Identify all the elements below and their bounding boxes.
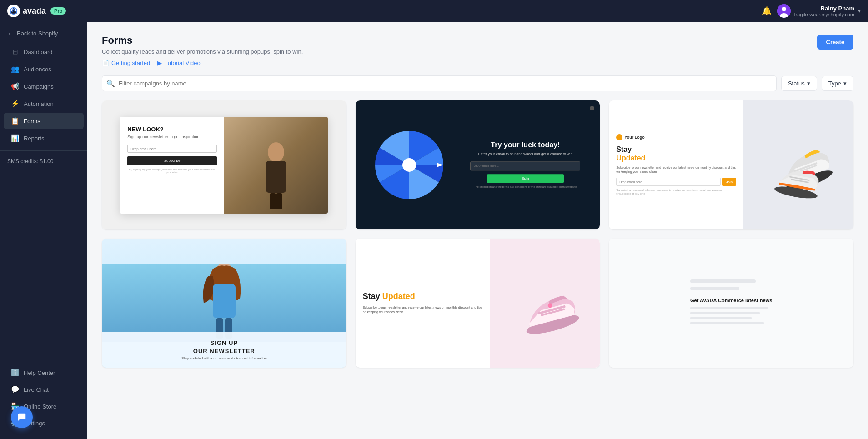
back-to-shopify-button[interactable]: ← Back to Shopify: [0, 25, 87, 41]
create-button[interactable]: Create: [817, 35, 853, 50]
luck-email-input: [470, 161, 580, 170]
campaign-card-stay-updated: Stay Updated Subscribe to our newsletter…: [356, 239, 600, 368]
newsletter-sub-text: Stay updated with our news and discount …: [111, 356, 337, 360]
shoes-heading-line1: Stay: [616, 145, 632, 153]
shoes-logo-row: Your Logo: [616, 134, 736, 140]
sidebar-item-automation[interactable]: ⚡ Automation: [4, 95, 84, 112]
new-look-sub: Sign up our newsletter to get inspiratio…: [127, 135, 217, 139]
newsletter-our-newsletter: OUR NEWSLETTER: [111, 348, 337, 354]
new-look-subscribe-button: Subscribe: [127, 156, 217, 165]
sms-credits: SMS credits: $1.00: [0, 155, 87, 168]
getting-started-link[interactable]: 📄 Getting started: [102, 60, 150, 66]
avada-preview-content: Get AVADA Commerce latest news: [683, 272, 779, 334]
sidebar-item-label: Live Chat: [24, 386, 49, 393]
type-chevron-icon: ▾: [843, 80, 847, 87]
shoes-logo-text: Your Logo: [624, 135, 644, 140]
campaign-card-everyday-luck: Try your luck today! Enter your email to…: [356, 100, 600, 229]
shoes-image-right: [743, 100, 853, 229]
status-filter-button[interactable]: Status ▾: [781, 76, 817, 91]
sidebar-item-label: Dashboard: [24, 49, 53, 55]
sidebar: ← Back to Shopify ⊞ Dashboard 👥 Audience…: [0, 22, 87, 439]
tutorial-video-label: Tutorial Video: [164, 60, 201, 66]
message-circle-icon: 💬: [11, 385, 19, 394]
luck-dot: [590, 106, 594, 110]
notification-bell-icon[interactable]: 🔔: [762, 6, 772, 16]
card-preview-stay-updated: Stay Updated Subscribe to our newsletter…: [356, 239, 600, 368]
doc-icon: 📄: [102, 60, 109, 66]
svg-point-9: [402, 158, 416, 172]
campaign-card-avada: Get AVADA Commerce latest news AVADA Com…: [609, 239, 853, 368]
page-title: Forms: [102, 35, 303, 46]
chevron-down-icon: ▾: [858, 8, 861, 14]
sidebar-item-dashboard[interactable]: ⊞ Dashboard: [4, 44, 84, 60]
stay-updated-heading: Stay Updated: [363, 292, 483, 302]
campaigns-grid: NEW LOOK? Sign up our newsletter to get …: [102, 100, 853, 368]
toolbar: 🔍 Status ▾ Type ▾: [102, 75, 853, 91]
card-preview-shoes: Your Logo Stay Updated Subscribe to our …: [609, 100, 853, 229]
sidebar-item-label: Reports: [24, 135, 45, 142]
play-icon: ▶: [157, 60, 162, 66]
new-look-title: NEW LOOK?: [127, 126, 217, 133]
search-icon: 🔍: [106, 80, 115, 88]
avada-skeleton-line-3: [690, 307, 768, 309]
luck-spin-button: Spin: [487, 174, 564, 183]
type-filter-button[interactable]: Type ▾: [822, 76, 853, 91]
avada-logo-text: avada: [23, 6, 46, 16]
stay-updated-right: [490, 239, 600, 368]
shoes-email-input: [616, 178, 720, 186]
luck-content: Try your luck today! Enter your email to…: [470, 141, 580, 189]
sidebar-item-help-center[interactable]: ℹ️ Help Center: [4, 364, 84, 381]
user-menu[interactable]: Rainy Pham fragile-wear.myshopify.com ▾: [777, 4, 861, 18]
avatar: [777, 4, 791, 18]
arrow-left-icon: ←: [7, 30, 13, 37]
tutorial-video-link[interactable]: ▶ Tutorial Video: [157, 60, 201, 66]
user-info-text: Rainy Pham fragile-wear.myshopify.com: [794, 5, 854, 17]
live-chat-button[interactable]: [11, 406, 33, 428]
avada-skeleton-line-2: [690, 287, 739, 290]
status-filter-label: Status: [788, 80, 805, 87]
campaign-card-shoes: Your Logo Stay Updated Subscribe to our …: [609, 100, 853, 229]
avada-logo: avada: [7, 5, 46, 17]
avada-skeleton-line-1: [690, 279, 756, 283]
sidebar-item-live-chat[interactable]: 💬 Live Chat: [4, 381, 84, 398]
luck-sub: Enter your email to spin the wheel and g…: [470, 152, 580, 156]
sidebar-item-reports[interactable]: 📊 Reports: [4, 130, 84, 146]
sidebar-item-audiences[interactable]: 👥 Audiences: [4, 61, 84, 77]
newsletter-sign-up: SIGN UP: [111, 339, 337, 346]
forms-icon: 📋: [11, 117, 19, 125]
svg-rect-6: [270, 193, 276, 209]
shoes-form-left: Your Logo Stay Updated Subscribe to our …: [609, 100, 743, 229]
search-input[interactable]: [102, 75, 777, 91]
avada-skeleton-line-4: [690, 312, 760, 314]
app-body: ← Back to Shopify ⊞ Dashboard 👥 Audience…: [0, 22, 868, 439]
search-wrapper: 🔍: [102, 75, 777, 91]
top-nav-right: 🔔 Rainy Pham fragile-wear.myshopify.com …: [762, 4, 861, 18]
sidebar-item-label: Automation: [24, 100, 54, 107]
shoes-join-button: Join: [722, 178, 736, 186]
card-preview-luck: Try your luck today! Enter your email to…: [356, 100, 600, 229]
user-name: Rainy Pham: [794, 5, 854, 12]
newsletter-text-overlay: SIGN UP OUR NEWSLETTER Stay updated with…: [102, 332, 346, 368]
bar-chart-icon: 📊: [11, 134, 19, 142]
shoes-heading: Stay Updated: [616, 145, 736, 162]
back-to-shopify-label: Back to Shopify: [17, 30, 58, 37]
svg-rect-18: [213, 284, 236, 318]
shoes-heading-line2: Updated: [616, 154, 645, 162]
top-nav-left: avada Pro: [7, 5, 66, 17]
card-preview-avada: Get AVADA Commerce latest news: [609, 239, 853, 368]
sidebar-divider: [0, 150, 87, 151]
svg-rect-7: [276, 193, 282, 209]
info-icon: ℹ️: [11, 369, 19, 377]
pro-badge: Pro: [50, 7, 66, 15]
sidebar-item-campaigns[interactable]: 📢 Campaigns: [4, 78, 84, 95]
new-look-email-input: [127, 145, 217, 153]
shoes-sub: Subscribe to our newsletter and receive …: [616, 165, 736, 175]
shoes-logo-circle: [616, 134, 622, 140]
zap-icon: ⚡: [11, 100, 19, 108]
sidebar-item-label: Campaigns: [24, 83, 54, 90]
svg-point-2: [782, 7, 786, 11]
page-links: 📄 Getting started ▶ Tutorial Video: [102, 60, 303, 66]
shoes-disclaimer: *by entering your email address, you agr…: [616, 189, 736, 196]
sidebar-item-forms[interactable]: 📋 Forms: [4, 113, 84, 129]
type-filter-label: Type: [828, 80, 841, 87]
